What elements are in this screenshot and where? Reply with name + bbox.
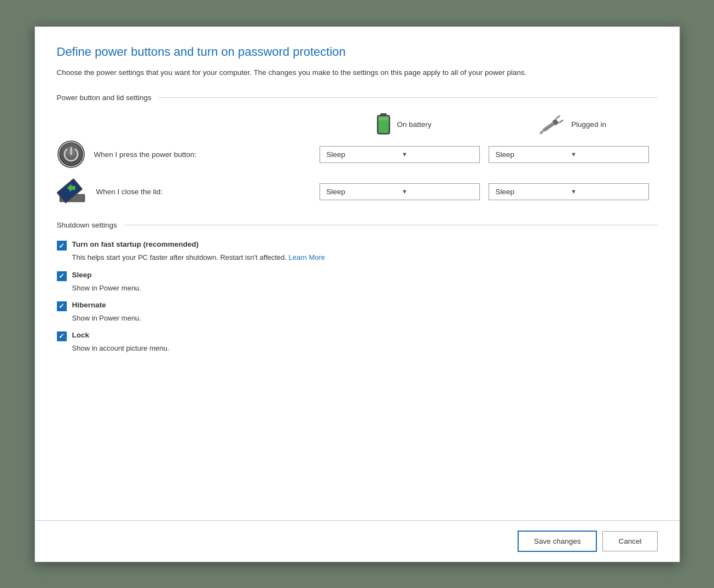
plug-icon	[539, 114, 566, 134]
lock-desc: Show in account picture menu.	[72, 344, 658, 353]
power-button-section-title: Power button and lid settings	[57, 94, 152, 102]
shutdown-divider	[124, 225, 658, 225]
sleep-item: Sleep	[57, 271, 658, 281]
close-lid-icon	[57, 178, 88, 205]
power-button-icon	[57, 140, 85, 168]
power-button-plugged-value: Sleep	[496, 150, 567, 159]
power-button-battery-value: Sleep	[327, 150, 398, 159]
fast-startup-checkbox[interactable]	[57, 241, 67, 251]
on-battery-header: On battery	[320, 113, 489, 136]
close-lid-label: When I close the lid:	[96, 188, 163, 196]
close-lid-battery-arrow: ▼	[402, 188, 473, 195]
close-lid-label-area: When I close the lid:	[57, 178, 320, 205]
shutdown-section: Shutdown settings Turn on fast startup (…	[57, 221, 658, 353]
sleep-desc: Show in Power menu.	[72, 283, 658, 293]
lock-label: Lock	[72, 331, 90, 339]
lock-checkbox[interactable]	[57, 331, 67, 341]
fast-startup-desc: This helps start your PC faster after sh…	[72, 253, 658, 263]
power-button-label: When I press the power button:	[94, 150, 197, 159]
main-content: Define power buttons and turn on passwor…	[35, 27, 680, 520]
hibernate-label: Hibernate	[72, 301, 106, 309]
power-button-label-area: When I press the power button:	[57, 140, 320, 168]
hibernate-checkbox[interactable]	[57, 301, 67, 311]
power-button-row: When I press the power button: Sleep ▼ S…	[57, 140, 658, 168]
footer: Save changes Cancel	[35, 520, 680, 562]
sleep-checkbox[interactable]	[57, 271, 67, 281]
svg-rect-3	[379, 117, 389, 121]
power-button-plugged-arrow: ▼	[571, 151, 642, 158]
close-lid-plugged-value: Sleep	[496, 188, 567, 196]
power-button-plugged-dropdown[interactable]: Sleep ▼	[489, 146, 649, 163]
page-description: Choose the power settings that you want …	[57, 67, 631, 78]
close-lid-plugged-arrow: ▼	[571, 188, 642, 195]
fast-startup-label: Turn on fast startup (recommended)	[72, 240, 199, 248]
power-button-battery-arrow: ▼	[402, 151, 473, 158]
shutdown-section-header: Shutdown settings	[57, 221, 658, 229]
shutdown-section-title: Shutdown settings	[57, 221, 117, 229]
power-button-battery-dropdown[interactable]: Sleep ▼	[320, 146, 480, 163]
close-lid-plugged-dropdown[interactable]: Sleep ▼	[489, 183, 649, 200]
power-settings-table: On battery	[57, 113, 658, 205]
on-battery-label: On battery	[397, 120, 431, 129]
plugged-in-header: Plugged in	[489, 113, 658, 136]
fast-startup-item: Turn on fast startup (recommended)	[57, 240, 658, 251]
section-divider	[158, 97, 658, 98]
learn-more-link[interactable]: Learn More	[289, 253, 325, 261]
page-title: Define power buttons and turn on passwor…	[57, 44, 658, 60]
svg-rect-7	[558, 119, 564, 124]
plugged-in-label: Plugged in	[571, 120, 606, 129]
power-button-section-header: Power button and lid settings	[57, 94, 658, 102]
cancel-button[interactable]: Cancel	[602, 531, 657, 551]
svg-rect-6	[555, 115, 561, 120]
close-lid-row: When I close the lid: Sleep ▼ Sleep ▼	[57, 178, 658, 205]
close-lid-battery-dropdown[interactable]: Sleep ▼	[320, 183, 480, 200]
close-lid-battery-value: Sleep	[327, 188, 398, 196]
svg-rect-0	[381, 113, 387, 115]
column-headers: On battery	[57, 113, 658, 136]
sleep-label: Sleep	[72, 271, 92, 279]
battery-icon	[376, 113, 391, 136]
hibernate-desc: Show in Power menu.	[72, 313, 658, 323]
save-changes-button[interactable]: Save changes	[518, 531, 597, 552]
main-window: Define power buttons and turn on passwor…	[34, 26, 680, 562]
hibernate-item: Hibernate	[57, 301, 658, 311]
lock-item: Lock	[57, 331, 658, 341]
